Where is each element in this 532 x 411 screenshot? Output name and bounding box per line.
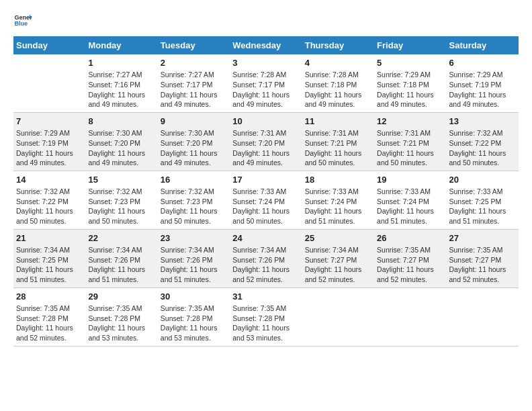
calendar-cell: 30Sunrise: 7:35 AM Sunset: 7:28 PM Dayli…	[158, 287, 230, 346]
calendar-cell: 27Sunrise: 7:35 AM Sunset: 7:27 PM Dayli…	[447, 229, 519, 287]
weekday-header: Monday	[85, 36, 157, 54]
day-info: Sunrise: 7:35 AM Sunset: 7:27 PM Dayligh…	[449, 245, 516, 285]
day-number: 9	[161, 116, 227, 128]
calendar-cell: 22Sunrise: 7:34 AM Sunset: 7:26 PM Dayli…	[85, 229, 157, 287]
calendar-week-row: 7Sunrise: 7:29 AM Sunset: 7:19 PM Daylig…	[13, 112, 519, 171]
day-info: Sunrise: 7:29 AM Sunset: 7:19 PM Dayligh…	[449, 70, 516, 109]
calendar-week-row: 1Sunrise: 7:27 AM Sunset: 7:16 PM Daylig…	[13, 54, 519, 112]
calendar-cell: 18Sunrise: 7:33 AM Sunset: 7:24 PM Dayli…	[302, 171, 374, 229]
day-number: 2	[161, 57, 227, 69]
calendar-cell: 19Sunrise: 7:33 AM Sunset: 7:24 PM Dayli…	[374, 171, 446, 229]
day-info: Sunrise: 7:32 AM Sunset: 7:22 PM Dayligh…	[16, 187, 83, 226]
calendar-cell: 17Sunrise: 7:33 AM Sunset: 7:24 PM Dayli…	[230, 171, 302, 229]
calendar-cell: 13Sunrise: 7:32 AM Sunset: 7:22 PM Dayli…	[447, 112, 519, 171]
day-info: Sunrise: 7:29 AM Sunset: 7:19 PM Dayligh…	[16, 128, 83, 168]
day-number: 29	[88, 291, 154, 303]
calendar-cell: 5Sunrise: 7:29 AM Sunset: 7:18 PM Daylig…	[374, 54, 446, 112]
day-number: 3	[232, 57, 299, 69]
day-info: Sunrise: 7:34 AM Sunset: 7:26 PM Dayligh…	[232, 245, 299, 285]
day-number: 10	[232, 116, 299, 128]
day-info: Sunrise: 7:32 AM Sunset: 7:23 PM Dayligh…	[161, 187, 227, 226]
calendar-cell: 9Sunrise: 7:30 AM Sunset: 7:20 PM Daylig…	[158, 112, 230, 171]
day-number: 20	[449, 174, 516, 186]
day-number: 12	[377, 116, 443, 128]
weekday-header: Wednesday	[230, 36, 302, 54]
day-info: Sunrise: 7:33 AM Sunset: 7:24 PM Dayligh…	[377, 187, 443, 226]
day-info: Sunrise: 7:33 AM Sunset: 7:24 PM Dayligh…	[232, 187, 299, 226]
calendar-cell: 20Sunrise: 7:33 AM Sunset: 7:25 PM Dayli…	[447, 171, 519, 229]
weekday-header: Friday	[374, 36, 446, 54]
day-info: Sunrise: 7:32 AM Sunset: 7:23 PM Dayligh…	[88, 187, 154, 226]
day-number: 17	[232, 174, 299, 186]
calendar-cell: 23Sunrise: 7:34 AM Sunset: 7:26 PM Dayli…	[158, 229, 230, 287]
day-info: Sunrise: 7:29 AM Sunset: 7:18 PM Dayligh…	[377, 70, 443, 109]
calendar-cell: 21Sunrise: 7:34 AM Sunset: 7:25 PM Dayli…	[13, 229, 85, 287]
weekday-header: Sunday	[13, 36, 85, 54]
day-number: 7	[16, 116, 83, 128]
calendar-cell	[13, 54, 85, 112]
day-info: Sunrise: 7:34 AM Sunset: 7:26 PM Dayligh…	[161, 245, 227, 285]
calendar-cell: 29Sunrise: 7:35 AM Sunset: 7:28 PM Dayli…	[85, 287, 157, 346]
day-number: 23	[161, 232, 227, 244]
calendar-cell: 11Sunrise: 7:31 AM Sunset: 7:21 PM Dayli…	[302, 112, 374, 171]
day-number: 21	[16, 232, 83, 244]
calendar-cell	[374, 287, 446, 346]
day-info: Sunrise: 7:35 AM Sunset: 7:27 PM Dayligh…	[377, 245, 443, 285]
day-info: Sunrise: 7:34 AM Sunset: 7:27 PM Dayligh…	[305, 245, 371, 285]
calendar-cell: 3Sunrise: 7:28 AM Sunset: 7:17 PM Daylig…	[230, 54, 302, 112]
page-header: General Blue	[13, 11, 519, 30]
calendar-cell: 10Sunrise: 7:31 AM Sunset: 7:20 PM Dayli…	[230, 112, 302, 171]
calendar-cell: 25Sunrise: 7:34 AM Sunset: 7:27 PM Dayli…	[302, 229, 374, 287]
calendar-table: SundayMondayTuesdayWednesdayThursdayFrid…	[13, 36, 519, 347]
calendar-cell: 15Sunrise: 7:32 AM Sunset: 7:23 PM Dayli…	[85, 171, 157, 229]
day-number: 14	[16, 174, 83, 186]
calendar-cell: 6Sunrise: 7:29 AM Sunset: 7:19 PM Daylig…	[447, 54, 519, 112]
day-info: Sunrise: 7:33 AM Sunset: 7:24 PM Dayligh…	[305, 187, 371, 226]
day-number: 26	[377, 232, 443, 244]
weekday-header: Thursday	[302, 36, 374, 54]
day-info: Sunrise: 7:35 AM Sunset: 7:28 PM Dayligh…	[16, 304, 83, 343]
day-number: 27	[449, 232, 516, 244]
day-number: 31	[232, 291, 299, 303]
calendar-cell: 2Sunrise: 7:27 AM Sunset: 7:17 PM Daylig…	[158, 54, 230, 112]
day-number: 28	[16, 291, 83, 303]
weekday-header: Tuesday	[158, 36, 230, 54]
day-number: 18	[305, 174, 371, 186]
weekday-header: Saturday	[447, 36, 519, 54]
header-row: SundayMondayTuesdayWednesdayThursdayFrid…	[13, 36, 519, 54]
day-number: 13	[449, 116, 516, 128]
calendar-week-row: 14Sunrise: 7:32 AM Sunset: 7:22 PM Dayli…	[13, 171, 519, 229]
day-number: 25	[305, 232, 371, 244]
calendar-cell: 14Sunrise: 7:32 AM Sunset: 7:22 PM Dayli…	[13, 171, 85, 229]
calendar-cell: 28Sunrise: 7:35 AM Sunset: 7:28 PM Dayli…	[13, 287, 85, 346]
day-number: 8	[88, 116, 154, 128]
day-number: 22	[88, 232, 154, 244]
logo: General Blue	[13, 11, 32, 30]
calendar-cell: 7Sunrise: 7:29 AM Sunset: 7:19 PM Daylig…	[13, 112, 85, 171]
day-number: 1	[88, 57, 154, 69]
calendar-cell	[447, 287, 519, 346]
calendar-cell: 26Sunrise: 7:35 AM Sunset: 7:27 PM Dayli…	[374, 229, 446, 287]
svg-text:Blue: Blue	[14, 20, 28, 27]
day-info: Sunrise: 7:27 AM Sunset: 7:16 PM Dayligh…	[88, 70, 154, 109]
day-info: Sunrise: 7:34 AM Sunset: 7:25 PM Dayligh…	[16, 245, 83, 285]
day-info: Sunrise: 7:35 AM Sunset: 7:28 PM Dayligh…	[88, 304, 154, 343]
day-info: Sunrise: 7:34 AM Sunset: 7:26 PM Dayligh…	[88, 245, 154, 285]
day-info: Sunrise: 7:30 AM Sunset: 7:20 PM Dayligh…	[88, 128, 154, 168]
calendar-cell: 31Sunrise: 7:35 AM Sunset: 7:28 PM Dayli…	[230, 287, 302, 346]
day-number: 4	[305, 57, 371, 69]
day-info: Sunrise: 7:31 AM Sunset: 7:21 PM Dayligh…	[377, 128, 443, 168]
day-number: 11	[305, 116, 371, 128]
day-number: 6	[449, 57, 516, 69]
calendar-cell	[302, 287, 374, 346]
calendar-cell: 1Sunrise: 7:27 AM Sunset: 7:16 PM Daylig…	[85, 54, 157, 112]
calendar-cell: 8Sunrise: 7:30 AM Sunset: 7:20 PM Daylig…	[85, 112, 157, 171]
day-info: Sunrise: 7:33 AM Sunset: 7:25 PM Dayligh…	[449, 187, 516, 226]
day-number: 5	[377, 57, 443, 69]
day-info: Sunrise: 7:28 AM Sunset: 7:17 PM Dayligh…	[232, 70, 299, 109]
day-info: Sunrise: 7:32 AM Sunset: 7:22 PM Dayligh…	[449, 128, 516, 168]
calendar-cell: 24Sunrise: 7:34 AM Sunset: 7:26 PM Dayli…	[230, 229, 302, 287]
day-number: 15	[88, 174, 154, 186]
day-number: 19	[377, 174, 443, 186]
calendar-week-row: 28Sunrise: 7:35 AM Sunset: 7:28 PM Dayli…	[13, 287, 519, 346]
